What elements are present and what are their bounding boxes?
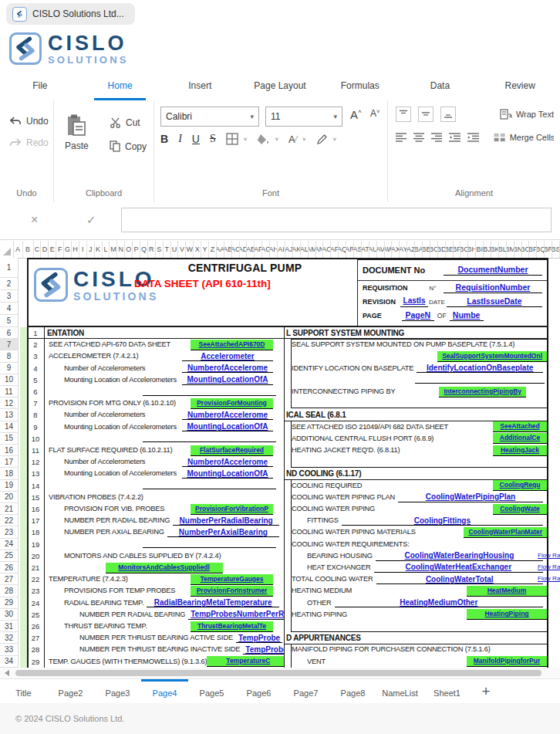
row-header-27[interactable]: 27 <box>0 573 19 585</box>
row-header-16[interactable]: 16 <box>0 445 19 456</box>
scroll-left-icon[interactable] <box>5 670 9 676</box>
column-header-BL[interactable]: BL <box>499 241 507 258</box>
row-header-15[interactable]: 15 <box>0 433 19 445</box>
row-header-8[interactable]: 8 <box>0 350 19 362</box>
row-value[interactable]: MountingLocationOfA <box>182 469 273 479</box>
row-value[interactable]: CoolingFittings <box>342 516 543 526</box>
column-header-AH[interactable]: AH <box>270 241 278 258</box>
requisition-value[interactable]: RequisitionNumber <box>444 282 542 293</box>
formula-input[interactable] <box>121 208 552 232</box>
row-value[interactable]: CoolingWaterPipingPlan <box>398 492 543 502</box>
row-header-14[interactable]: 14 <box>0 421 19 433</box>
column-header-F[interactable]: F <box>56 241 64 258</box>
row-value[interactable]: CoolingWaterPlanMater <box>464 527 547 538</box>
row-header-17[interactable]: 17 <box>0 456 19 468</box>
flow-rate-link[interactable]: Flow Rate ( <box>538 563 560 570</box>
row-value[interactable]: RadialBearingMetalTemperature <box>147 598 279 608</box>
row-value[interactable]: MountingLocationOfA <box>182 422 273 432</box>
row-value[interactable]: CoolingWaterHeatExchanger <box>374 563 543 573</box>
row-header-7[interactable]: 7 <box>0 339 19 350</box>
row-value[interactable]: CoolingWaterTotal <box>376 575 543 585</box>
column-header-Y[interactable]: Y <box>201 241 209 258</box>
column-header-P[interactable]: P <box>133 241 140 258</box>
column-header-BM[interactable]: BM <box>507 241 514 258</box>
row-header-21[interactable]: 21 <box>0 503 19 515</box>
row-header-6[interactable]: 6 <box>0 327 19 339</box>
column-header-BJ[interactable]: BJ <box>484 241 491 258</box>
column-header-BA[interactable]: BA <box>415 241 423 258</box>
column-header-C[interactable]: C <box>34 241 42 258</box>
row-value[interactable]: TempProbesNumberPerR <box>188 610 284 620</box>
pen-button[interactable] <box>316 134 328 145</box>
row-header-32[interactable]: 32 <box>0 632 19 644</box>
column-header-U[interactable]: U <box>171 241 179 258</box>
column-header-AM[interactable]: AM <box>309 241 316 258</box>
row-value[interactable]: InterconnectingPipingBy <box>439 387 526 397</box>
fill-color-caret-icon[interactable]: ˅ <box>275 136 278 143</box>
decrease-font-button[interactable]: A˅ <box>370 108 380 119</box>
row-value[interactable]: AdditionalCe <box>493 433 547 444</box>
ribbon-tab-data[interactable]: Data <box>400 71 481 100</box>
page-total-value[interactable]: Numbe <box>450 310 484 321</box>
row-value[interactable]: MountingLocationOfA <box>182 375 273 385</box>
row-value[interactable]: ThrustBearingMetalTe <box>191 621 273 632</box>
row-value[interactable]: ProvisionForVibrationP <box>191 504 273 515</box>
column-header-O[interactable]: O <box>125 241 133 258</box>
decrease-indent-button[interactable] <box>449 133 460 142</box>
revision-value[interactable]: LastIs <box>400 296 428 307</box>
row-value[interactable]: SealSupportSystemMountedOnl <box>437 351 547 362</box>
align-center-button[interactable] <box>413 133 424 142</box>
column-header-AO[interactable]: AO <box>323 241 331 258</box>
row-value[interactable]: NumberPerRadialBearing <box>173 516 279 526</box>
column-header-AT[interactable]: AT <box>362 241 369 258</box>
row-header-20[interactable]: 20 <box>0 492 19 503</box>
select-all-corner[interactable] <box>0 241 14 258</box>
column-header-BI[interactable]: BI <box>476 241 484 258</box>
sheet-tab-namelist[interactable]: NameList <box>376 679 423 704</box>
column-header-AV[interactable]: AV <box>377 241 385 258</box>
italic-button[interactable]: I <box>178 133 182 145</box>
column-header-D[interactable]: D <box>41 241 49 258</box>
row-value[interactable]: ManifoldPipingforPur <box>467 656 547 667</box>
column-header-K[interactable]: K <box>95 241 103 258</box>
row-value[interactable]: CoolingRequ <box>493 480 547 491</box>
sheet-tab-page3[interactable]: Page3 <box>94 679 141 704</box>
column-header-A[interactable]: A <box>14 241 23 258</box>
column-header-BS[interactable]: BS <box>552 241 560 258</box>
row-header-30[interactable]: 30 <box>0 609 19 621</box>
row-value[interactable]: TemperatureC <box>207 656 284 667</box>
column-header-AR[interactable]: AR <box>346 241 354 258</box>
column-header-BE[interactable]: BE <box>446 241 454 258</box>
align-bottom-button[interactable] <box>440 107 456 122</box>
align-left-button[interactable] <box>396 133 407 142</box>
paste-button[interactable]: Paste <box>65 114 89 151</box>
ribbon-tab-insert[interactable]: Insert <box>160 71 240 100</box>
cancel-icon[interactable]: × <box>31 213 38 227</box>
row-header-29[interactable]: 29 <box>0 597 19 609</box>
column-header-BB[interactable]: BB <box>423 241 430 258</box>
column-header-BF[interactable]: BF <box>454 241 461 258</box>
column-header-BO[interactable]: BO <box>522 241 530 258</box>
row-value[interactable]: SeeAttachedAPI670D <box>191 340 273 350</box>
ribbon-tab-review[interactable]: Review <box>480 71 560 100</box>
font-name-select[interactable]: Calibri▾ <box>160 107 259 127</box>
column-header-AN[interactable]: AN <box>316 241 324 258</box>
sheet-tab-sheet1[interactable]: Sheet1 <box>423 679 471 704</box>
ribbon-tab-page-layout[interactable]: Page Layout <box>240 71 320 100</box>
row-value[interactable]: NumberofAccelerome <box>182 458 273 468</box>
row-value[interactable]: HeatingPiping <box>467 609 547 620</box>
align-top-button[interactable] <box>396 107 411 122</box>
column-header-BG[interactable]: BG <box>460 241 468 258</box>
copy-button[interactable]: Copy <box>110 140 147 152</box>
document-no-value[interactable]: DocumentNumber <box>444 265 542 276</box>
page-value[interactable]: PageN <box>402 310 434 321</box>
sheet-tab-page8[interactable]: Page8 <box>329 679 376 704</box>
column-header-AP[interactable]: AP <box>331 241 339 258</box>
column-header-AX[interactable]: AX <box>392 241 400 258</box>
column-header-R[interactable]: R <box>148 241 156 258</box>
column-header-AU[interactable]: AU <box>369 241 377 258</box>
column-header-AZ[interactable]: AZ <box>407 241 415 258</box>
row-value[interactable]: CoolingWate <box>493 504 547 515</box>
row-value[interactable]: Accelerometer <box>182 352 273 362</box>
row-header-11[interactable]: 11 <box>0 386 19 397</box>
